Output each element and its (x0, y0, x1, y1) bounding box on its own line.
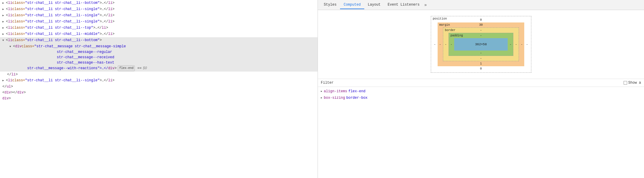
dom-line: <li class="str-chat__li str-chat__li--bo… (0, 0, 318, 6)
box-model-visual: position 0 - margin 30 - (431, 16, 531, 73)
triangle-icon[interactable] (2, 7, 6, 12)
computed-panel: Styles Computed Layout Event Listeners »… (318, 0, 644, 178)
triangle-icon[interactable] (2, 38, 6, 43)
prop-name: box-sizing (324, 95, 345, 101)
layer-margin: margin 30 - border - (438, 22, 525, 66)
layer-content: 362×58 (454, 38, 508, 51)
dom-line: <li class="str-chat__li str-chat__li--mi… (0, 31, 318, 37)
tab-computed[interactable]: Computed (340, 1, 364, 9)
padding-left-value: - (449, 43, 454, 46)
position-left-value: - (432, 43, 438, 46)
box-model-area: position 0 - margin 30 - (318, 10, 644, 79)
filter-bar: Filter Show a (318, 79, 644, 87)
dom-line: div> (0, 96, 318, 101)
padding-bottom-value: - (449, 51, 513, 56)
layer-padding: padding - - (449, 33, 514, 56)
triangle-icon[interactable] (2, 78, 6, 83)
border-right-value: - (513, 43, 519, 46)
position-label: position (433, 17, 447, 20)
prop-value: border-box (346, 95, 368, 101)
tab-more[interactable]: » (424, 3, 427, 7)
triangle-icon[interactable] (2, 31, 6, 37)
dom-line: <li class="str-chat__li str-chat__li--si… (0, 19, 318, 25)
show-all-checkbox[interactable] (624, 81, 627, 85)
prop-triangle-icon[interactable]: ▶ (321, 89, 324, 94)
dom-line: <div></div> (0, 90, 318, 96)
position-right-value: - (524, 43, 530, 46)
triangle-icon[interactable] (9, 44, 13, 49)
border-label: border (445, 29, 456, 32)
css-prop-row: ▶ box-sizing border-box (321, 95, 641, 101)
triangle-icon[interactable] (2, 19, 6, 25)
tab-layout[interactable]: Layout (364, 1, 384, 9)
padding-label: padding (451, 34, 463, 37)
css-prop-row: ▶ align-items flex-end (321, 88, 641, 95)
padding-right-value: - (508, 43, 513, 46)
filter-input[interactable] (336, 81, 621, 85)
dom-line: <li class="str-chat__li str-chat__li--si… (0, 6, 318, 12)
margin-bottom-value: 1 (438, 61, 525, 66)
tabs-bar: Styles Computed Layout Event Listeners » (318, 0, 644, 10)
dom-line-highlighted: <li class="str-chat__li str-chat__li--bo… (0, 37, 318, 43)
content-size: 362×58 (475, 43, 487, 46)
tab-styles[interactable]: Styles (320, 1, 340, 9)
dom-line: <li class="str-chat__li str-chat__li--si… (0, 77, 318, 84)
position-bottom-value: 0 (432, 66, 530, 71)
triangle-icon[interactable] (2, 0, 6, 6)
dom-line-selected: <div class="str-chat__message str-chat__… (0, 43, 318, 72)
dom-panel: <li class="str-chat__li str-chat__li--bo… (0, 0, 318, 178)
prop-value: flex-end (348, 89, 365, 94)
margin-right-value: - (519, 43, 524, 46)
margin-label: margin (439, 23, 450, 27)
show-all-label: Show a (628, 81, 641, 85)
margin-left-value: - (438, 43, 443, 46)
triangle-icon[interactable] (2, 25, 6, 31)
dom-line: </li> (0, 72, 318, 77)
dom-line: <li class="str-chat__li str-chat__li--si… (0, 12, 318, 19)
filter-label: Filter (321, 81, 334, 85)
triangle-icon[interactable] (2, 13, 6, 18)
border-left-value: - (443, 43, 449, 46)
css-properties-list: ▶ align-items flex-end ▶ box-sizing bord… (318, 87, 644, 102)
layer-position: position 0 - margin 30 - (431, 16, 531, 73)
margin-top-value: 30 (438, 22, 525, 27)
border-bottom-value: - (443, 56, 519, 61)
flex-badge: flex-end (118, 65, 135, 71)
prop-triangle-icon[interactable]: ▶ (321, 95, 324, 101)
prop-name: align-items (324, 89, 347, 94)
dom-line: <li class="str-chat__li str-chat__li--to… (0, 25, 318, 31)
dom-line: </ul> (0, 84, 318, 90)
tab-event-listeners[interactable]: Event Listeners (384, 1, 423, 9)
layer-border: border - - padding (443, 27, 519, 61)
